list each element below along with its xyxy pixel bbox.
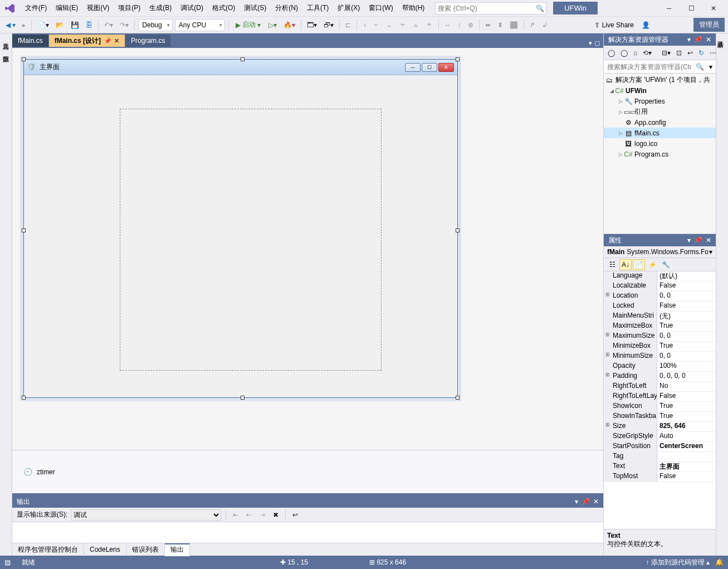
tab-output[interactable]: 输出 [165,543,190,556]
expand-icon[interactable]: ⊞ [604,332,612,341]
alphabetical-button[interactable]: A↓ [619,259,632,270]
expand-icon[interactable]: ▷ [617,152,624,157]
expand-icon[interactable] [604,412,612,421]
expand-icon[interactable]: ⊞ [604,372,612,381]
resize-handle[interactable] [241,396,245,400]
tab-codelens[interactable]: CodeLens [84,544,126,555]
search-input[interactable] [438,4,536,12]
solution-tree[interactable]: 🗂 解决方案 'UFWin' (1 个项目，共 ◢ C# UFWin ▷ 🔧 P… [604,74,716,234]
property-row[interactable]: ⊞Location0, 0 [604,291,716,301]
property-row[interactable]: Opacity100% [604,362,716,372]
expand-icon[interactable] [604,312,612,321]
start-debug-button[interactable]: ▶启动 ▾ [232,19,264,31]
sln-back2-button[interactable]: ↩ [686,48,695,58]
property-value[interactable] [657,452,716,461]
expand-icon[interactable] [604,432,612,441]
browse-button[interactable]: 🗔▾ [305,19,319,31]
resize-handle[interactable] [241,57,245,61]
property-value[interactable]: (默认) [657,271,716,281]
nav-back-button[interactable]: ◀ ▾ [3,19,18,31]
tray-component-label[interactable]: ztimer [37,468,55,476]
categorized-button[interactable]: ☷ [606,259,618,270]
resize-handle[interactable] [456,228,460,232]
menu-view[interactable]: 视图(V) [83,1,113,15]
sln-refresh-button[interactable]: ↻ [697,48,706,58]
sln-back-button[interactable]: ◯ [606,48,617,58]
property-value[interactable]: True [657,402,716,411]
expand-icon[interactable] [604,442,612,451]
save-all-button[interactable]: 🗄 [84,19,95,31]
property-row[interactable]: Language(默认) [604,271,716,281]
hot-reload-button[interactable]: 🔥▾ [281,19,297,31]
property-value[interactable]: 主界面 [657,462,716,471]
expand-icon[interactable] [604,342,612,351]
sln-search-input[interactable] [604,60,694,73]
status-output-icon[interactable]: ▤ [4,558,11,566]
expand-icon[interactable]: ▷ [617,109,624,115]
tab-dropdown-icon[interactable]: ▾ [589,40,592,47]
menu-build[interactable]: 生成(B) [145,1,175,15]
expand-icon[interactable] [604,362,612,371]
live-share-button[interactable]: ⇪ Live Share [591,20,637,30]
expand-icon[interactable]: ◢ [608,88,615,94]
source-control-button[interactable]: ↑ 添加到源代码管理 ▴ [646,558,710,567]
property-value[interactable]: True [657,342,716,351]
property-value[interactable]: 0, 0, 0, 0 [657,372,716,381]
tab-window-icon[interactable]: ▢ [594,40,600,47]
output-wrap-button[interactable]: ↩ [290,509,300,521]
toolbox-tab[interactable]: 工具箱 [2,36,10,42]
property-value[interactable]: Auto [657,432,716,441]
panel-dropdown-icon[interactable]: ▾ [687,36,691,43]
output-source-combo[interactable]: 调试 [71,509,221,521]
property-row[interactable]: Text主界面 [604,462,716,472]
property-value[interactable]: True [657,322,716,331]
form-preview[interactable]: 🛡️ 主界面 ─ ☐ ✕ [23,59,458,398]
tab-program[interactable]: Program.cs [125,35,170,47]
datasources-tab[interactable]: 数据源 [2,48,10,55]
tree-properties[interactable]: ▷ 🔧 Properties [604,96,716,106]
events-button[interactable]: ⚡ [646,259,658,270]
property-row[interactable]: LocalizableFalse [604,281,716,291]
output-text[interactable] [12,522,603,543]
resize-handle[interactable] [22,228,26,232]
expand-icon[interactable]: ⊞ [604,422,612,431]
output-clear-button[interactable]: ✖ [271,509,281,521]
property-value[interactable]: No [657,382,716,391]
menu-debug[interactable]: 调试(D) [177,1,207,15]
expand-icon[interactable] [604,392,612,401]
property-value[interactable]: False [657,472,716,482]
resize-handle[interactable] [456,396,460,400]
tab-error-list[interactable]: 错误列表 [126,543,165,556]
property-value[interactable]: 0, 0 [657,332,716,341]
resize-handle[interactable] [22,396,26,400]
properties-grid[interactable]: Language(默认)LocalizableFalse⊞Location0, … [604,271,716,529]
expand-icon[interactable] [604,472,612,482]
expand-icon[interactable]: ▷ [617,130,624,136]
expand-icon[interactable] [604,322,612,331]
expand-icon[interactable] [604,281,612,291]
quick-launch-search[interactable]: 🔍 [435,2,546,14]
menu-help[interactable]: 帮助(H) [398,1,429,15]
expand-icon[interactable] [604,402,612,411]
menu-extensions[interactable]: 扩展(X) [334,1,364,15]
component-tray[interactable]: 🕘 ztimer [12,450,603,493]
search-icon[interactable]: 🔍 [694,60,705,73]
property-row[interactable]: TopMostFalse [604,472,716,482]
property-row[interactable]: MinimizeBoxTrue [604,342,716,352]
menu-test[interactable]: 测试(S) [240,1,270,15]
property-pages-button[interactable]: 🔧 [659,259,672,270]
property-row[interactable]: ⊞Padding0, 0, 0, 0 [604,372,716,382]
diagnostics-tab[interactable]: 诊断工具 [716,33,725,40]
resize-handle[interactable] [22,57,26,61]
tree-fmain[interactable]: ▷ ▤ fMain.cs [604,128,716,138]
menu-file[interactable]: 文件(F) [21,1,51,15]
menu-tools[interactable]: 工具(T) [303,1,333,15]
property-value[interactable]: CenterScreen [657,442,716,451]
minimize-button[interactable]: ─ [658,1,680,16]
panel-close-icon[interactable]: ✕ [593,498,599,505]
panel-pin-icon[interactable]: 📌 [694,36,702,43]
property-row[interactable]: MaximizeBoxTrue [604,322,716,332]
panel-close-icon[interactable]: ✕ [706,36,711,43]
undo-button[interactable]: ↶▾ [102,19,115,31]
search-dropdown-icon[interactable]: ▾ [705,60,716,73]
